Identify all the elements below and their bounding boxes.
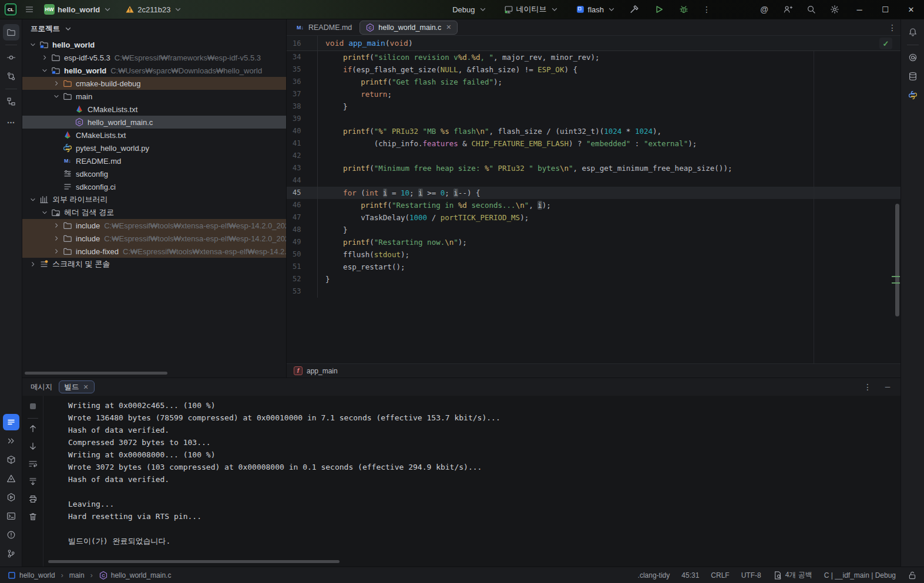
- minimize-button[interactable]: ─: [846, 0, 872, 19]
- code-with-me-icon[interactable]: [783, 5, 792, 14]
- more-actions-icon[interactable]: ⋮: [702, 5, 711, 14]
- code-line-38[interactable]: 38 }: [287, 100, 901, 113]
- run-config-selector[interactable]: Debug: [448, 2, 491, 17]
- tree-item-hello_world[interactable]: hello_world: [22, 38, 286, 51]
- project-hscrollbar[interactable]: [22, 372, 286, 375]
- build-tab-close-icon[interactable]: ✕: [83, 383, 89, 391]
- device-selector[interactable]: 네이티브: [500, 2, 563, 17]
- tree-chevron-down-icon[interactable]: [41, 208, 51, 217]
- trash-button[interactable]: [28, 512, 38, 523]
- code-line-49[interactable]: 49 printf("Restarting now.\n");: [287, 236, 901, 248]
- tree-item-readme.md[interactable]: M↓README.md: [22, 154, 286, 167]
- tool-strip-button-python-packages-tool[interactable]: [905, 87, 921, 103]
- run-button[interactable]: [654, 5, 664, 14]
- tool-strip-button-terminal-tool[interactable]: [3, 508, 19, 524]
- tree-item-pytest_hello_world.py[interactable]: pytest_hello_world.py: [22, 141, 286, 154]
- tool-strip-button-profiler-tool[interactable]: [3, 470, 19, 487]
- tool-strip-button-dependencies-tool[interactable]: [3, 451, 19, 468]
- project-widget[interactable]: HW hello_world: [40, 2, 116, 17]
- tree-item-sdkconfig.ci[interactable]: sdkconfig.ci: [22, 180, 286, 193]
- scrollend-button[interactable]: [28, 477, 38, 488]
- tree-item-include-fixed[interactable]: include-fixedC:₩Espressif₩tools₩xtensa-e…: [22, 245, 286, 258]
- code-line-47[interactable]: 47 vTaskDelay(1000 / portTICK_PERIOD_MS)…: [287, 211, 901, 224]
- tab-options-icon[interactable]: ⋮: [888, 23, 897, 32]
- tool-strip-button-commit-tool[interactable]: [3, 49, 19, 66]
- tool-strip-button-ai-assistant-tool[interactable]: [905, 49, 921, 66]
- tree-item-sdkconfig[interactable]: sdkconfig: [22, 167, 286, 180]
- code-line-43[interactable]: 43 printf("Minimum free heap size: %" PR…: [287, 162, 901, 174]
- tool-strip-button-more-tools[interactable]: …: [3, 112, 19, 129]
- target-selector[interactable]: flash: [572, 2, 620, 17]
- tool-strip-button-structure-tool[interactable]: [3, 93, 19, 110]
- code-line-45[interactable]: 45 for (int i = 10; i >= 0; i--) {: [287, 187, 901, 199]
- tool-strip-button-problems-tool[interactable]: [3, 527, 19, 543]
- breadcrumb-hello_world[interactable]: hello_world: [7, 571, 55, 580]
- build-options-icon[interactable]: ⋮: [863, 382, 872, 392]
- build-hscrollbar[interactable]: [22, 560, 901, 564]
- stripe-mark[interactable]: [892, 282, 900, 284]
- tool-strip-button-services-tool[interactable]: [3, 489, 19, 506]
- status-widget-crlf[interactable]: CRLF: [711, 571, 729, 579]
- code-line-35[interactable]: 35 if(esp_flash_get_size(NULL, &flash_si…: [287, 63, 901, 76]
- tree-chevron-right-icon[interactable]: [53, 221, 63, 230]
- code-line-46[interactable]: 46 printf("Restarting in %d seconds...\n…: [287, 199, 901, 211]
- tab-close-icon[interactable]: ✕: [446, 23, 451, 31]
- code-line-41[interactable]: 41 (chip_info.features & CHIP_FEATURE_EM…: [287, 137, 901, 150]
- main-menu-icon[interactable]: [25, 5, 34, 14]
- clion-logo-icon[interactable]: CL: [5, 4, 16, 15]
- editor-tab-readme.md[interactable]: M↓README.md: [290, 21, 357, 35]
- tool-strip-button-version-control-tool[interactable]: [3, 545, 19, 562]
- build-tab-빌드[interactable]: 빌드✕: [59, 380, 95, 393]
- code-line-36[interactable]: 36 printf("Get flash size failed");: [287, 76, 901, 88]
- tree-item-include[interactable]: includeC:₩Espressif₩tools₩xtensa-esp-elf…: [22, 232, 286, 245]
- tree-chevron-down-icon[interactable]: [29, 196, 39, 204]
- breadcrumb-main[interactable]: main: [69, 571, 85, 579]
- debug-button[interactable]: [679, 5, 688, 14]
- tree-chevron-down-icon[interactable]: [53, 92, 63, 100]
- vcs-widget[interactable]: 2c211b23: [121, 2, 187, 17]
- arrow-up-button[interactable]: [28, 424, 38, 435]
- status-widget-c-__idf_main-debug[interactable]: C | __idf_main | Debug: [824, 571, 896, 579]
- tool-strip-button-project-tool[interactable]: [3, 24, 19, 41]
- tree-chevron-right-icon[interactable]: [29, 260, 39, 268]
- code-line-39[interactable]: 39: [287, 113, 901, 125]
- tree-item-cmakelists.txt[interactable]: CMakeLists.txt: [22, 129, 286, 141]
- editor-tab-hello_world_main.c[interactable]: Chello_world_main.c✕: [359, 21, 457, 35]
- tree-item-외부-라이브러리[interactable]: 외부 라이브러리: [22, 193, 286, 206]
- stripe-mark[interactable]: [892, 276, 900, 277]
- editor-scrollbar[interactable]: [895, 204, 899, 316]
- code-line-48[interactable]: 48 }: [287, 224, 901, 236]
- tree-item-hello_world_main.c[interactable]: Chello_world_main.c: [22, 116, 286, 129]
- code-line-44[interactable]: 44: [287, 174, 901, 187]
- tool-strip-button-database-tool[interactable]: [905, 68, 921, 85]
- arrow-down-button[interactable]: [28, 442, 38, 453]
- project-panel-header[interactable]: 프로젝트: [22, 19, 286, 38]
- status-widget-.clang-tidy[interactable]: .clang-tidy: [638, 571, 670, 579]
- build-output[interactable]: Writing at 0x0002c465... (100 %)Wrote 13…: [43, 396, 901, 567]
- tree-chevron-right-icon[interactable]: [53, 79, 63, 87]
- tree-item-main[interactable]: main: [22, 90, 286, 103]
- build-tab-메시지[interactable]: 메시지: [31, 382, 53, 392]
- tree-item-esp-idf-v5.5.3[interactable]: esp-idf-v5.5.3C:₩Espressif₩frameworks₩es…: [22, 51, 286, 64]
- inspections-ok-icon[interactable]: ✓: [879, 38, 892, 49]
- breadcrumb-hello_world_main.c[interactable]: Chello_world_main.c: [99, 571, 172, 580]
- code-line-40[interactable]: 40 printf("%" PRIu32 "MB %s flash\n", fl…: [287, 125, 901, 137]
- settings-icon[interactable]: [830, 5, 839, 14]
- code-line-50[interactable]: 50 fflush(stdout);: [287, 248, 901, 261]
- tree-item-cmakelists.txt[interactable]: CMakeLists.txt: [22, 103, 286, 116]
- enclosing-function-name[interactable]: app_main: [307, 367, 338, 375]
- status-widget-4개-공백[interactable]: 4개 공백: [773, 570, 812, 580]
- code-line-51[interactable]: 51 esp_restart();: [287, 261, 901, 273]
- code-line-37[interactable]: 37 return;: [287, 88, 901, 100]
- tool-strip-button-build-tool[interactable]: [3, 414, 19, 430]
- tool-strip-button-pull-requests-tool[interactable]: [3, 68, 19, 85]
- build-button[interactable]: [630, 5, 639, 14]
- code-line-34[interactable]: 34 printf("silicon revision v%d.%d, ", m…: [287, 51, 901, 63]
- tree-item-스크래치-및-콘솔[interactable]: 스크래치 및 콘솔: [22, 258, 286, 271]
- tree-item-cmake-build-debug[interactable]: cmake-build-debug: [22, 77, 286, 90]
- status-widget-unlock[interactable]: [908, 571, 917, 580]
- print-button[interactable]: [28, 494, 38, 506]
- tree-chevron-down-icon[interactable]: [29, 41, 39, 49]
- maximize-button[interactable]: ☐: [872, 0, 898, 19]
- search-everywhere-icon[interactable]: [807, 5, 816, 14]
